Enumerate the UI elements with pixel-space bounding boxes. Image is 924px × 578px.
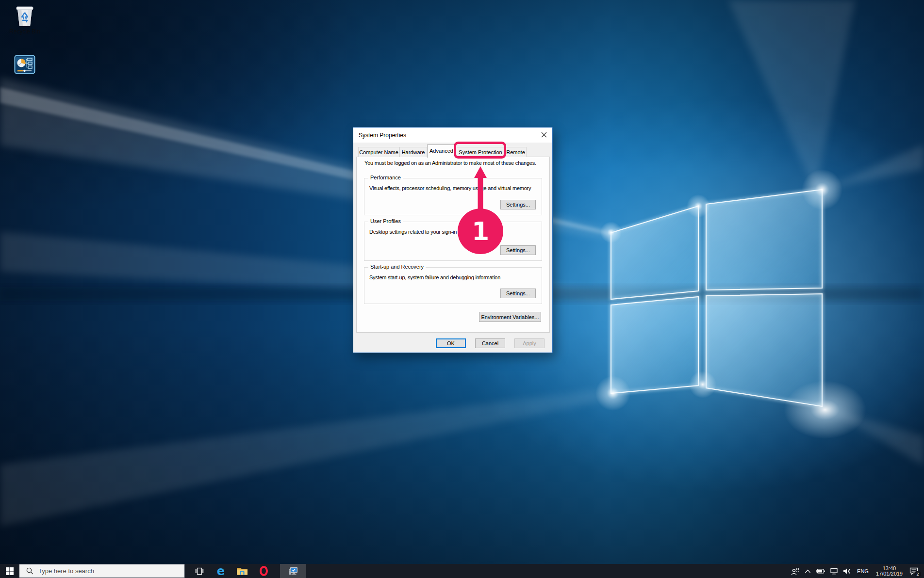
- user-profiles-group: User Profiles Desktop settings related t…: [364, 222, 542, 261]
- desktop-icon-recycle-bin[interactable]: Recycle Bin: [4, 3, 46, 35]
- taskbar: e: [0, 564, 924, 578]
- user-profiles-description: Desktop settings related to your sign-in: [369, 229, 457, 235]
- file-explorer-icon: [236, 566, 248, 576]
- desktop-icon-system-properties[interactable]: [4, 55, 46, 74]
- taskbar-search[interactable]: [19, 564, 185, 578]
- advanced-tab-page: You must be logged on as an Administrato…: [356, 157, 550, 333]
- system-control-panel-icon: [14, 55, 35, 74]
- people-button[interactable]: [788, 564, 802, 578]
- close-icon: [541, 132, 547, 138]
- dialog-title: System Properties: [359, 132, 406, 139]
- network-status-button[interactable]: [827, 564, 841, 578]
- chevron-up-icon: [805, 569, 811, 573]
- battery-charging-icon: [816, 568, 825, 574]
- performance-settings-button[interactable]: Settings...: [500, 200, 536, 209]
- startup-recovery-group: Start-up and Recovery System start-up, s…: [364, 267, 542, 304]
- action-center-button[interactable]: 2: [907, 564, 924, 578]
- recycle-bin-label: Recycle Bin: [4, 28, 46, 35]
- close-button[interactable]: [536, 128, 552, 142]
- apply-button[interactable]: Apply: [514, 338, 544, 348]
- tab-hardware[interactable]: Hardware: [399, 147, 427, 157]
- annotation-step-number: 1: [472, 217, 489, 246]
- task-view-icon: [195, 567, 204, 575]
- search-icon: [26, 567, 33, 575]
- tab-system-protection[interactable]: System Protection: [457, 147, 504, 157]
- battery-status-button[interactable]: [813, 564, 827, 578]
- cancel-button[interactable]: Cancel: [475, 338, 505, 348]
- recycle-bin-icon: [14, 3, 35, 27]
- tab-advanced[interactable]: Advanced: [427, 144, 456, 158]
- language-indicator[interactable]: ENG: [854, 568, 872, 574]
- performance-group: Performance Visual effects, processor sc…: [364, 178, 542, 215]
- performance-description: Visual effects, processor scheduling, me…: [369, 185, 531, 191]
- ethernet-network-icon: [830, 568, 838, 575]
- show-hidden-icons-button[interactable]: [802, 564, 813, 578]
- task-view-button[interactable]: [189, 564, 210, 578]
- performance-group-title: Performance: [368, 175, 403, 180]
- annotation-step-circle: 1: [458, 209, 503, 254]
- speaker-icon: [843, 568, 851, 575]
- admin-notice: You must be logged on as an Administrato…: [364, 160, 536, 166]
- tab-remote[interactable]: Remote: [505, 147, 527, 157]
- taskbar-clock[interactable]: 13:40 17/01/2019: [872, 566, 907, 577]
- edge-button[interactable]: e: [210, 564, 231, 578]
- tab-computer-name[interactable]: Computer Name: [358, 147, 399, 157]
- notification-badge: 2: [914, 571, 921, 578]
- system-properties-app-icon: [288, 567, 298, 576]
- system-properties-taskbar-button[interactable]: [280, 564, 306, 578]
- people-icon: [791, 567, 800, 575]
- system-properties-dialog: System Properties Computer Name Hardware…: [353, 127, 553, 353]
- startup-recovery-group-title: Start-up and Recovery: [368, 264, 426, 270]
- screen: Recycle Bin System Properties: [0, 0, 924, 578]
- opera-icon: [260, 566, 268, 576]
- dialog-titlebar[interactable]: System Properties: [353, 128, 552, 143]
- clock-time: 13:40: [876, 566, 903, 571]
- windows-logo-icon: [6, 567, 14, 575]
- environment-variables-button[interactable]: Environment Variables...: [479, 312, 541, 322]
- search-input[interactable]: [38, 567, 160, 575]
- clock-date: 17/01/2019: [876, 571, 903, 577]
- user-profiles-group-title: User Profiles: [368, 218, 403, 224]
- user-profiles-settings-button[interactable]: Settings...: [500, 245, 536, 255]
- startup-recovery-settings-button[interactable]: Settings...: [500, 289, 536, 298]
- opera-button[interactable]: [253, 564, 274, 578]
- system-tray: ENG 13:40 17/01/2019 2: [788, 564, 924, 578]
- file-explorer-button[interactable]: [231, 564, 253, 578]
- edge-icon: e: [217, 565, 225, 577]
- startup-recovery-description: System start-up, system failure and debu…: [369, 274, 500, 280]
- ok-button[interactable]: OK: [436, 338, 466, 348]
- start-button[interactable]: [0, 564, 19, 578]
- volume-button[interactable]: [841, 564, 854, 578]
